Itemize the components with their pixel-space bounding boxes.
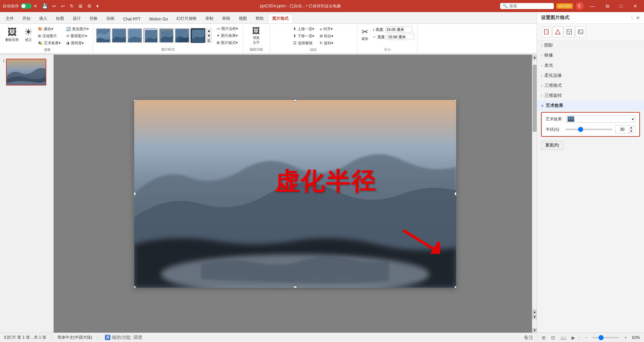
tab-slideshow[interactable]: 幻灯片放映 [172, 13, 201, 23]
icon-tab-shape[interactable] [552, 26, 563, 37]
user-avatar[interactable]: E [576, 2, 584, 10]
alt-text-button[interactable]: 🖼 替换 文字 [251, 25, 262, 46]
radius-down-btn[interactable]: ▼ [629, 129, 633, 133]
tab-record[interactable]: 录制 [201, 13, 218, 23]
gallery-up[interactable]: ▲ [206, 28, 212, 33]
icon-tab-layout[interactable] [564, 26, 575, 37]
pic-border-button[interactable]: ▭ 图片边框▾ [215, 25, 240, 32]
zoom-out-btn[interactable]: － [582, 334, 590, 341]
window-restore[interactable]: ⧉ [602, 2, 613, 10]
rotate-button[interactable]: ↻ 旋转▾ [318, 40, 335, 46]
reading-view-btn[interactable]: 📖 [559, 334, 568, 341]
tab-picture-format[interactable]: 图片格式 [268, 13, 293, 23]
style-5[interactable] [159, 28, 174, 43]
tab-home[interactable]: 开始 [18, 13, 35, 23]
style-1[interactable] [96, 28, 111, 43]
height-input[interactable] [385, 26, 412, 33]
window-maximize[interactable]: □ [616, 2, 627, 10]
correct-button[interactable]: ☀ 校正 [22, 26, 35, 43]
bring-up-button[interactable]: ⬆ 上移一层▾ [291, 26, 316, 32]
icon-tab-fill[interactable] [541, 26, 552, 37]
remove-bg-label: 删除背景 [5, 38, 19, 42]
pic-layout-button[interactable]: ⊞ 图片版式▾ [215, 40, 240, 46]
style-2[interactable] [112, 28, 126, 43]
tab-view[interactable]: 视图 [234, 13, 251, 23]
gallery-more[interactable]: ☰ [206, 39, 212, 43]
radius-input[interactable] [615, 127, 629, 132]
zoom-in-btn[interactable]: ＋ [622, 334, 629, 341]
panel-collapse-btn[interactable]: 〈 [629, 15, 633, 21]
section-reflection[interactable]: › 映像 [537, 50, 644, 60]
canvas-area[interactable]: 虚化半径 [54, 55, 537, 333]
style-3[interactable] [127, 28, 142, 43]
scroll-up2-btn[interactable]: ▲ [532, 309, 537, 314]
more-btn[interactable]: ⚙ [85, 3, 94, 9]
present-btn[interactable]: ⊞ [76, 3, 85, 9]
change-picture-button[interactable]: 🔄 更改图片▾ [64, 26, 91, 32]
slide-sorter-btn[interactable]: ⊟ [550, 334, 556, 341]
style-6[interactable] [175, 28, 190, 43]
tab-insert[interactable]: 插入 [35, 13, 52, 23]
section-art-effects[interactable]: ∨ 艺术效果 [537, 101, 644, 111]
tab-draw[interactable]: 绘图 [52, 13, 68, 23]
radius-label: 半径(A) [546, 127, 562, 132]
accessibility-btn[interactable]: ♿ 辅助功能: 调查 [103, 334, 144, 341]
tab-review[interactable]: 审阅 [218, 13, 234, 23]
notes-btn[interactable]: 备注 [523, 334, 535, 341]
section-soft-edges[interactable]: › 柔化边缘 [537, 70, 644, 80]
radius-slider[interactable] [565, 129, 612, 130]
tab-motiongo[interactable]: Motion Go [145, 14, 172, 23]
compress-button[interactable]: ⊞ 压缩图片 [36, 33, 63, 39]
transparency-button[interactable]: ◑ 透明度▾ [64, 40, 91, 46]
width-input[interactable] [387, 34, 414, 40]
save-btn[interactable]: 💾 [40, 3, 50, 9]
radius-up-btn[interactable]: ▲ [629, 126, 633, 129]
customize-btn[interactable]: ▾ [94, 3, 101, 9]
scroll-down2-btn[interactable]: ▼ [532, 315, 537, 319]
art-effects-button[interactable]: 🎭 艺术效果▾ [36, 40, 63, 46]
pic-effect-button[interactable]: ✦ 图片效果▾ [215, 33, 240, 39]
icon-tab-image[interactable] [575, 26, 586, 37]
tab-animations[interactable]: 动画 [102, 13, 119, 23]
search-input[interactable] [509, 4, 549, 8]
crop-icon: ✂ [362, 27, 368, 37]
undo-arrow-btn[interactable]: ↩ [59, 3, 67, 9]
scroll-up-btn[interactable]: ▲ [532, 55, 537, 60]
slide-thumbnail[interactable] [6, 59, 46, 86]
section-3d-rotation[interactable]: › 三维旋转 [537, 91, 644, 101]
tab-chatppt[interactable]: Chat PPT [119, 14, 145, 23]
send-down-button[interactable]: ⬇ 下移一层▾ [291, 33, 316, 39]
zoom-slider[interactable] [592, 337, 619, 338]
remove-bg-button[interactable]: 🖼 删除背景 [3, 26, 21, 43]
selection-pane-button[interactable]: ☰ 选择窗格 [291, 40, 316, 46]
panel-close-btn[interactable]: ✕ [636, 15, 640, 21]
reset-picture-button[interactable]: ↺ 重置图片▾ [64, 33, 91, 39]
gallery-down[interactable]: ▼ [206, 34, 212, 38]
align-button[interactable]: ≡ 对齐▾ [318, 26, 335, 32]
window-close[interactable]: ✕ [629, 2, 641, 10]
normal-view-btn[interactable]: ⊞ [540, 334, 547, 341]
style-4[interactable] [143, 28, 158, 43]
tab-design[interactable]: 设计 [68, 13, 85, 23]
scroll-down-btn[interactable]: ▼ [532, 328, 537, 333]
slideshow-btn[interactable]: ▶ [570, 334, 577, 341]
vertical-scrollbar[interactable]: ▲ ▲ ▼ ▼ [532, 55, 537, 333]
window-minimize[interactable]: — [586, 2, 599, 10]
scrollbar-thumb[interactable] [533, 65, 537, 132]
tab-transitions[interactable]: 切换 [85, 13, 102, 23]
crop-button[interactable]: ✂ 裁剪 [360, 26, 370, 42]
tab-file[interactable]: 文件 [1, 13, 18, 23]
tab-help[interactable]: 帮助 [251, 13, 268, 23]
art-effect-dropdown[interactable]: ▾ [566, 115, 635, 123]
section-glow[interactable]: › 发光 [537, 60, 644, 70]
style-7[interactable] [191, 28, 205, 43]
undo-btn[interactable]: ↩ [50, 3, 58, 9]
group-button[interactable]: ⊞ 组合▾ [318, 33, 335, 39]
autosave-toggle[interactable] [21, 3, 32, 9]
search-box[interactable]: 🔍 [500, 3, 554, 9]
section-shadow[interactable]: › 阴影 [537, 40, 644, 50]
color-button[interactable]: 🎨 颜色▾ [36, 26, 63, 32]
redo-btn[interactable]: ↻ [68, 3, 76, 9]
section-3d-format[interactable]: › 三维格式 [537, 80, 644, 91]
reset-button[interactable]: 重置(R) [541, 141, 564, 150]
